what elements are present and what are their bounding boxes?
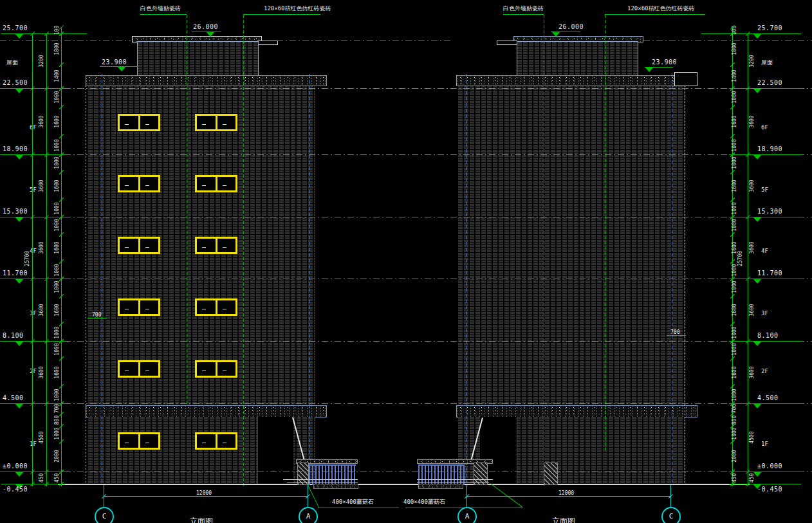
window (118, 360, 160, 378)
detail-dim-left: 1800 (54, 42, 60, 55)
detail-dim-left: 800 (54, 416, 60, 425)
detail-dim-left: 1000 (54, 427, 60, 439)
window-handle-mark (145, 124, 149, 125)
right-entrance-pillar-2 (544, 463, 558, 485)
floor-label-left: 6F (30, 125, 37, 131)
left-step-base (313, 484, 358, 489)
detail-dim-right: 1000 (732, 389, 737, 401)
window-handle-mark (223, 443, 226, 443)
detail-dim-right: 1600 (732, 115, 737, 127)
floor-line (0, 217, 812, 217)
note-right-paint-underline (503, 14, 544, 15)
floor-label-right: 2F (761, 369, 768, 374)
floor-height-dim-left: 450 (39, 473, 44, 482)
dimension-chain-line (61, 27, 62, 486)
level-marker-triangle (753, 403, 762, 408)
level-marker-triangle (15, 217, 24, 222)
window-mullion (216, 116, 217, 129)
level-marker-triangle (15, 403, 24, 408)
window-handle-mark (202, 185, 206, 186)
floor-height-dim-left: 3600 (39, 304, 44, 316)
level-marker-triangle (753, 88, 762, 93)
window-mullion (138, 239, 140, 252)
detail-dim-right: 1800 (732, 42, 737, 55)
window (195, 432, 237, 450)
window-handle-mark (223, 309, 226, 309)
detail-dim-right: 1000 (732, 326, 737, 338)
left-entrance-opening (257, 417, 293, 484)
grid-bubble: A (457, 507, 477, 523)
note-left-tile-underline (243, 14, 320, 15)
window-handle-mark (145, 185, 149, 186)
window-handle-mark (202, 443, 206, 443)
detail-dim-left: 1000 (54, 139, 60, 151)
window-handle-mark (223, 185, 226, 186)
window-handle-mark (145, 443, 149, 443)
floor-height-dim-left: 3600 (39, 366, 44, 378)
window-mullion (138, 116, 140, 129)
window-handle-mark (223, 124, 226, 125)
detail-dim-left: 1000 (54, 91, 60, 104)
grid-bubble: C (661, 507, 681, 523)
floor-label-right: 屋面 (761, 60, 773, 66)
window-handle-mark (125, 185, 129, 186)
detail-dim-left: 1600 (54, 304, 60, 316)
note-left-paint-underline (140, 14, 187, 15)
level-label: 8.100 (3, 333, 24, 338)
window-handle-mark (125, 371, 129, 371)
level-marker-triangle (15, 33, 24, 39)
detail-dim-left: 1000 (54, 157, 60, 169)
total-height-dim-right: 25700 (737, 251, 743, 266)
window-mullion (216, 434, 217, 448)
window-handle-mark (145, 309, 149, 309)
floor-label-right: 3F (761, 311, 768, 317)
floor-height-dim-left: 3600 (39, 115, 44, 127)
floor-line (0, 88, 812, 89)
window-mullion (216, 239, 217, 252)
right-canopy-band (456, 405, 697, 417)
level-marker-triangle (15, 472, 24, 477)
level-label: 22.500 (3, 80, 28, 86)
level-marker-triangle (15, 154, 24, 160)
window (118, 175, 160, 192)
floor-line (0, 472, 812, 472)
window-mullion (138, 362, 140, 376)
level-label: 18.900 (3, 146, 28, 152)
level-23900-right: 23.900 (652, 59, 677, 65)
detail-dim-right: 1600 (732, 241, 737, 253)
floor-height-dim-right: 4500 (749, 431, 755, 443)
level-26000-left-triangle (206, 32, 215, 37)
detail-dim-left: 1000 (54, 281, 60, 293)
window (195, 298, 237, 316)
level-label: 8.100 (757, 333, 779, 338)
floor-height-dim-right: 3600 (749, 241, 755, 253)
window-handle-mark (202, 247, 206, 248)
window-mullion (216, 362, 217, 376)
window-mullion (138, 434, 140, 448)
floor-label-left: 2F (30, 369, 37, 374)
floor-height-dim-right: 450 (749, 473, 755, 482)
note-left-tile: 120×60桔红色仿红砖瓷砖 (264, 6, 331, 12)
detail-dim-left: 1600 (54, 241, 60, 253)
floor-line (0, 341, 812, 342)
window-handle-mark (125, 443, 129, 443)
level-label: ±0.000 (757, 463, 782, 469)
level-marker-triangle (753, 217, 762, 222)
left-steps-line-1 (283, 479, 358, 480)
note-stone-right: 400×400蘑菇石 (403, 499, 445, 505)
grid-dim-line-right (466, 496, 670, 497)
right-wall-edge-line (685, 86, 685, 484)
window-handle-mark (125, 247, 129, 248)
detail-dim-right: 1000 (732, 157, 737, 169)
right-main-wall (458, 86, 685, 405)
total-height-dim-left: 25700 (24, 251, 30, 266)
level-label: 22.500 (757, 80, 782, 86)
detail-dim-right: 1000 (732, 344, 737, 356)
detail-dim-left: 1600 (54, 115, 60, 127)
level-label: ±0.000 (3, 463, 28, 469)
window-handle-mark (202, 371, 206, 371)
level-label: 25.700 (3, 25, 28, 31)
level-label: 11.700 (3, 270, 28, 276)
level-26000-left: 26.000 (193, 24, 218, 30)
floor-line (0, 279, 812, 279)
